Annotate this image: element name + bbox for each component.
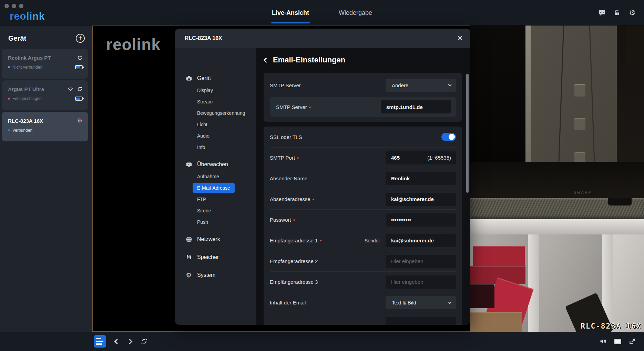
nav-group-netzwerk[interactable]: Netzwerk — [185, 233, 256, 245]
smtp-provider-select[interactable]: Andere — [386, 79, 456, 92]
recipient1-input[interactable] — [386, 234, 456, 247]
add-device-button[interactable]: + — [76, 34, 85, 43]
nav-group-system[interactable]: ⚙ System — [185, 269, 256, 281]
battery-icon — [75, 97, 83, 101]
sidebar-title: Gerät — [8, 34, 26, 42]
globe-icon — [185, 236, 192, 243]
photo-picture-frame — [626, 26, 644, 74]
photo-dark-box — [470, 284, 494, 308]
device-card-reolink-argus-pt[interactable]: Reolink Argus PT Nicht verbunden — [2, 49, 88, 79]
next-page-icon[interactable] — [127, 339, 133, 344]
main-tabs: Live-Ansicht Wiedergabe — [0, 0, 644, 26]
recipient1-sender-tag: Sender — [365, 238, 380, 243]
nav-item-audio[interactable]: Audio — [185, 130, 256, 141]
recipient3-input[interactable] — [386, 275, 456, 289]
required-mark: • — [297, 155, 299, 161]
device-card-argus-pt-ultra[interactable]: Argus PT Ultra Fehlgeschlagen — [2, 80, 88, 110]
feedback-icon[interactable] — [598, 9, 606, 17]
smtp-provider-label: SMTP Server — [270, 82, 301, 88]
refresh-all-icon[interactable] — [141, 338, 147, 345]
nav-item-info[interactable]: Info — [185, 141, 256, 153]
status-dot — [8, 129, 10, 131]
chevron-down-icon — [448, 300, 452, 304]
photo-light-switch — [574, 118, 585, 130]
modal-title: RLC-823A 16X — [185, 35, 222, 41]
close-icon[interactable]: × — [457, 34, 463, 43]
sender-address-input[interactable] — [386, 193, 456, 206]
nav-item-stream[interactable]: Stream — [185, 96, 256, 107]
device-name: Reolink Argus PT — [8, 55, 51, 61]
battery-icon — [75, 65, 83, 69]
volume-icon[interactable] — [599, 338, 607, 345]
nav-item-licht[interactable]: Licht — [185, 119, 256, 130]
nav-item-bewegungserkennung[interactable]: Bewegungserkennung — [185, 107, 256, 119]
photo-shelf-divider — [528, 234, 539, 332]
nav-item-email-adresse[interactable]: E-Mail-Adresse — [185, 182, 256, 193]
nav-group-ueberwachen[interactable]: Überwachen — [185, 158, 256, 171]
smtp-server-inner-card: SMTP Server• — [270, 97, 456, 117]
device-settings-icon[interactable]: ⚙ — [77, 118, 83, 124]
photo-doorframe — [525, 26, 531, 170]
previous-page-icon[interactable] — [114, 339, 120, 344]
sender-name-label: Absender-Name — [270, 176, 307, 181]
modal-scrollbar-thumb[interactable] — [466, 74, 469, 193]
recipient1-label: Empfängeradresse 1 — [270, 238, 318, 243]
wifi-icon[interactable] — [68, 86, 73, 92]
bottom-toolbar — [0, 332, 644, 351]
recipient2-row: Empfängeradresse 2 — [270, 251, 456, 271]
photo-light-switch — [574, 84, 585, 97]
nav-item-aufnahme[interactable]: Aufnahme — [185, 171, 256, 182]
photo-tv-brand: SHARP — [574, 190, 592, 194]
camera-settings-modal: RLC-823A 16X × Gerät Display Stream Bewe… — [175, 29, 470, 325]
nav-item-ftp[interactable]: FTP — [185, 193, 256, 205]
settings-icon[interactable]: ⚙ — [628, 9, 636, 17]
nav-item-display[interactable]: Display — [185, 84, 256, 96]
device-status: Verbunden — [12, 128, 32, 133]
smtp-server-card: SMTP Server Andere SMTP Server• — [264, 73, 462, 122]
sender-name-input[interactable] — [386, 172, 456, 185]
device-name: Argus PT Ultra — [8, 86, 44, 92]
smtp-port-label: SMTP Port — [270, 155, 295, 161]
device-card-rlc-823a[interactable]: RLC-823A 16X ⚙ Verbunden — [2, 112, 88, 141]
top-bar: reolink Live-Ansicht Wiedergabe ⚙ — [0, 0, 644, 26]
fullscreen-icon[interactable] — [629, 338, 636, 345]
smtp-server-label: SMTP Server — [276, 104, 307, 110]
nav-group-geraet[interactable]: Gerät — [185, 72, 256, 84]
photo-shelf-top — [470, 219, 644, 234]
back-icon[interactable] — [264, 57, 269, 63]
nav-item-push[interactable]: Push — [185, 216, 256, 228]
email-content-label: Inhalt der Email — [270, 300, 306, 305]
required-mark: • — [320, 238, 321, 243]
photo-shelf-cell — [613, 234, 644, 332]
ssl-label: SSL oder TLS — [270, 134, 302, 140]
status-dot — [8, 98, 10, 100]
tab-wiedergabe[interactable]: Wiedergabe — [339, 0, 372, 26]
ssl-toggle[interactable] — [441, 133, 456, 141]
camera-icon — [185, 75, 192, 82]
refresh-icon[interactable] — [77, 55, 83, 61]
clipped-input[interactable] — [386, 317, 456, 325]
required-mark: • — [293, 217, 295, 223]
password-row: Passwort• — [270, 209, 456, 230]
tab-live-ansicht[interactable]: Live-Ansicht — [272, 0, 309, 26]
layout-grid-button[interactable] — [94, 335, 106, 348]
email-content-select[interactable]: Text & Bild — [386, 296, 456, 309]
nav-group-speicher[interactable]: Speicher — [185, 251, 256, 263]
device-status: Nicht verbunden — [12, 65, 42, 70]
email-settings-panel: Email-Einstellungen SMTP Server Andere S… — [256, 48, 470, 325]
smtp-port-input[interactable] — [386, 151, 456, 164]
refresh-icon[interactable] — [77, 86, 83, 92]
photo-cardboard-box — [470, 312, 522, 332]
chevron-down-icon — [448, 83, 452, 87]
password-input[interactable] — [386, 213, 456, 227]
display-mode-icon[interactable] — [614, 339, 621, 344]
smtp-port-row: SMTP Port• (1~65535) — [270, 147, 456, 168]
camera-video-frame: SHARP RLC-823A 16X — [470, 26, 644, 332]
gear-icon: ⚙ — [185, 272, 192, 279]
recipient1-row: Empfängeradresse 1• Sender — [270, 230, 456, 251]
nav-item-sirene[interactable]: Sirene — [185, 205, 256, 216]
form-title: Email-Einstellungen — [273, 56, 345, 64]
lock-open-icon[interactable] — [613, 9, 621, 17]
recipient2-input[interactable] — [386, 255, 456, 268]
smtp-server-input[interactable] — [381, 100, 451, 113]
